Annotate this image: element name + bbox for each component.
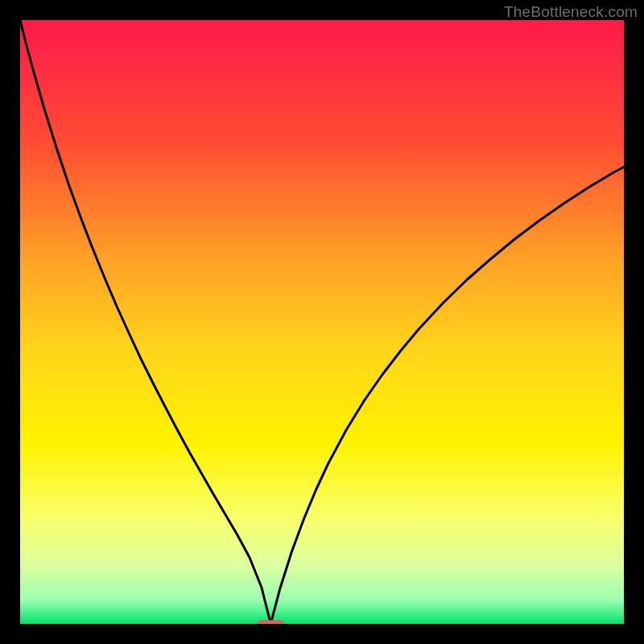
watermark-text: TheBottleneck.com (504, 3, 638, 21)
minimum-marker (257, 620, 284, 624)
bottleneck-chart (20, 20, 624, 624)
chart-frame: TheBottleneck.com (0, 0, 644, 644)
chart-background (20, 20, 624, 624)
